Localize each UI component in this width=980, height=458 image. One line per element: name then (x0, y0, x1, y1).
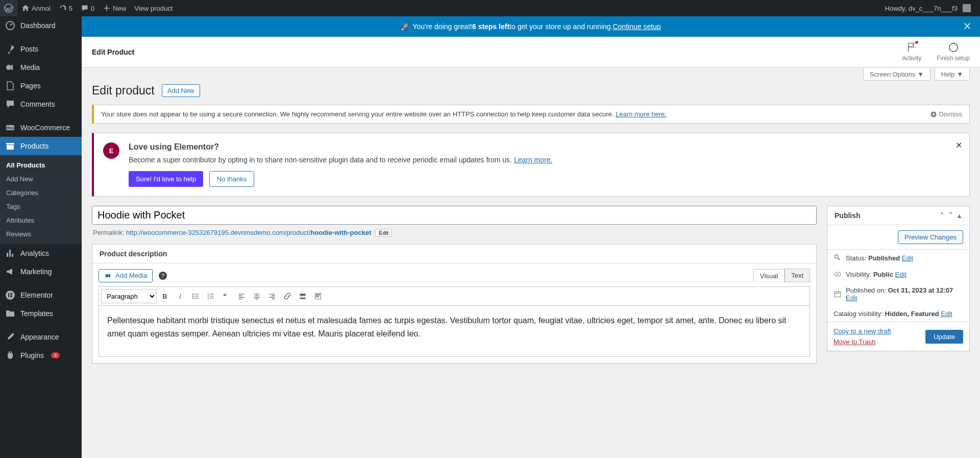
screen-options-button[interactable]: Screen Options ▼ (863, 68, 930, 81)
https-learn-more-link[interactable]: Learn more here. (616, 110, 667, 118)
sidebar-item-analytics[interactable]: Analytics (0, 244, 82, 262)
sub-item-all-products[interactable]: All Products (0, 158, 82, 172)
sidebar-item-pages[interactable]: Pages (0, 77, 82, 95)
kitchen-sink-icon (314, 292, 322, 300)
finish-setup-button[interactable]: Finish setup (937, 42, 970, 62)
howdy-link[interactable]: Howdy, dv_c___7n___f3 (881, 0, 975, 16)
align-left-button[interactable] (234, 289, 249, 303)
elementor-icon (5, 290, 15, 300)
visual-tab[interactable]: Visual (753, 269, 785, 283)
add-media-button[interactable]: Add Media (99, 269, 153, 282)
edit-visibility-link[interactable]: Edit (895, 271, 906, 278)
comments-count: 0 (91, 5, 94, 12)
edit-catalog-link[interactable]: Edit (941, 310, 952, 318)
elementor-yes-button[interactable]: Sure! I'd love to help (129, 171, 203, 187)
sidebar-item-marketing[interactable]: Marketing (0, 262, 82, 281)
sub-item-tags[interactable]: Tags (0, 200, 82, 213)
toolbar-toggle-button[interactable] (311, 289, 325, 303)
published-value: Oct 31, 2023 at 12:07 (888, 286, 953, 294)
edit-slug-button[interactable]: Edit (375, 229, 392, 237)
permalink-slug: hoodie-with-pocket (310, 229, 371, 236)
key-icon (834, 254, 842, 262)
comments-link[interactable]: 0 (77, 0, 99, 16)
align-right-icon (268, 292, 276, 300)
sub-item-categories[interactable]: Categories (0, 186, 82, 200)
copy-draft-link[interactable]: Copy to a new draft (834, 327, 891, 335)
permalink-link[interactable]: http://woocommerce-32532679195.devrimsde… (126, 229, 371, 236)
dismiss-elementor-button[interactable]: ✕ (955, 140, 962, 150)
status-value: Published (868, 254, 900, 262)
page-title: Edit Product (92, 48, 134, 56)
publish-heading: Publish (835, 211, 861, 220)
sub-item-add-new[interactable]: Add New (0, 172, 82, 186)
edit-date-link[interactable]: Edit (846, 294, 857, 302)
sidebar-item-comments[interactable]: Comments (0, 95, 82, 113)
bullet-list-button[interactable] (188, 289, 203, 303)
wp-logo[interactable] (0, 0, 17, 16)
sidebar-item-media[interactable]: Media (0, 58, 82, 77)
align-right-button[interactable] (265, 289, 279, 303)
visibility-value: Public (873, 271, 893, 278)
sidebar-item-dashboard[interactable]: Dashboard (0, 16, 82, 35)
new-link[interactable]: New (99, 0, 130, 16)
svg-point-2 (6, 65, 11, 70)
sidebar-item-plugins[interactable]: Plugins3 (0, 346, 82, 365)
toggle-box-button[interactable]: ▴ (957, 211, 962, 220)
sidebar-item-elementor[interactable]: Elementor (0, 286, 82, 304)
sidebar-item-posts[interactable]: Posts (0, 40, 82, 58)
description-box: Product description Add Media ? Visual T… (92, 244, 817, 364)
close-banner-button[interactable] (962, 20, 973, 33)
sidebar-label: Elementor (20, 291, 53, 299)
pin-icon (5, 44, 15, 54)
elementor-notice: E Love using Elementor? Become a super c… (92, 133, 970, 197)
continue-setup-link[interactable]: Continue setup (612, 22, 660, 31)
more-button[interactable] (296, 289, 310, 303)
move-trash-link[interactable]: Move to Trash (834, 338, 891, 346)
admin-sidebar: Dashboard Posts Media Pages Comments Woo… (0, 16, 82, 384)
help-icon[interactable]: ? (159, 272, 167, 280)
rocket-icon: 🚀 (401, 22, 409, 31)
dashboard-icon (5, 20, 15, 31)
editor-content[interactable]: Pellentesque habitant morbi tristique se… (99, 306, 810, 357)
format-select[interactable]: Paragraph (101, 289, 157, 303)
move-up-button[interactable]: ˄ (939, 211, 945, 220)
view-product-link[interactable]: View product (130, 0, 177, 16)
bold-button[interactable]: B (158, 289, 172, 303)
activity-label: Activity (902, 55, 921, 62)
sidebar-item-templates[interactable]: Templates (0, 304, 82, 323)
site-link[interactable]: Anmol (17, 0, 55, 16)
sub-item-reviews[interactable]: Reviews (0, 227, 82, 241)
svg-rect-30 (835, 292, 840, 297)
preview-button[interactable]: Preview Changes (898, 230, 963, 244)
product-title-input[interactable] (92, 206, 817, 225)
sidebar-item-appearance[interactable]: Appearance (0, 328, 82, 346)
brush-icon (5, 332, 15, 342)
publish-box: Publish ˄ ˅ ▴ Preview Changes Status: Pu… (827, 206, 970, 351)
sidebar-item-woocommerce[interactable]: WooWooCommerce (0, 118, 82, 137)
woo-icon: Woo (5, 123, 15, 133)
svg-point-28 (835, 255, 838, 258)
move-down-button[interactable]: ˅ (948, 211, 953, 220)
add-new-button[interactable]: Add New (162, 84, 200, 97)
italic-button[interactable]: I (173, 289, 187, 303)
sidebar-item-products[interactable]: Products (0, 137, 82, 155)
activity-button[interactable]: Activity (902, 42, 921, 62)
elementor-learn-link[interactable]: Learn more. (514, 156, 552, 164)
svg-text:Woo: Woo (6, 126, 14, 130)
align-center-button[interactable] (250, 289, 264, 303)
text-tab[interactable]: Text (785, 269, 810, 282)
number-list-button[interactable]: 123 (204, 289, 218, 303)
sub-item-attributes[interactable]: Attributes (0, 213, 82, 227)
edit-status-link[interactable]: Edit (902, 254, 913, 262)
align-center-icon (253, 292, 261, 300)
quote-button[interactable]: ❝ (219, 289, 233, 303)
dismiss-icon (930, 111, 937, 118)
elementor-no-button[interactable]: No thanks (209, 171, 255, 187)
sidebar-label: WooCommerce (20, 124, 70, 132)
dismiss-https-button[interactable]: Dismiss (930, 110, 963, 118)
update-button[interactable]: Update (925, 330, 963, 344)
help-label: Help (941, 70, 955, 78)
help-button[interactable]: Help ▼ (935, 68, 970, 81)
link-button[interactable] (280, 289, 295, 303)
updates-link[interactable]: 5 (55, 0, 77, 16)
